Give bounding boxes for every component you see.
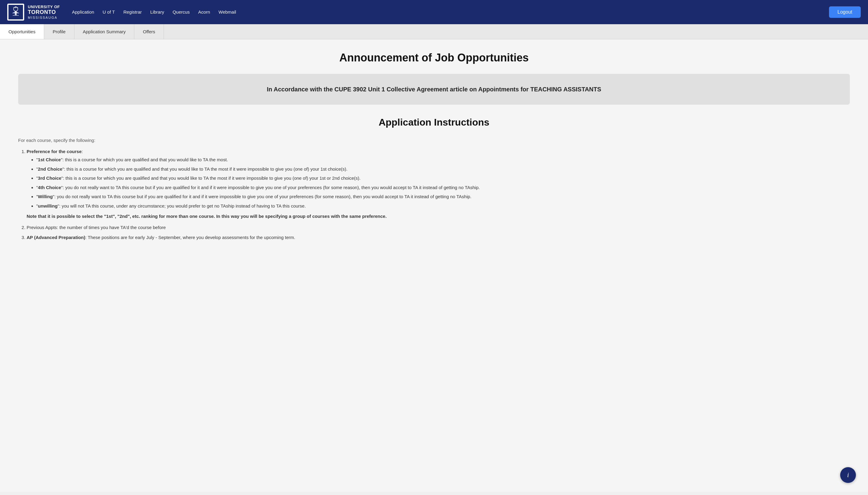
choice-1st: "1st Choice": this is a course for which…: [36, 156, 850, 164]
nav-item-application[interactable]: Application: [72, 10, 94, 15]
svg-point-3: [15, 6, 17, 8]
university-name-text: UNIVERSITY OF TORONTO MISSISSAUGA: [28, 4, 60, 20]
announcement-box: In Accordance with the CUPE 3902 Unit 1 …: [18, 74, 850, 105]
choice-3rd: "3rd Choice": this is a course for which…: [36, 175, 850, 182]
choice-2nd: "2nd Choice": this is a course for which…: [36, 166, 850, 173]
tab-profile[interactable]: Profile: [44, 24, 74, 39]
top-navigation: UNIVERSITY OF TORONTO MISSISSAUGA Applic…: [0, 0, 868, 24]
choice-4th: "4th Choice": you do not really want to …: [36, 184, 850, 191]
instructions-list: Preference for the course: "1st Choice":…: [18, 149, 850, 240]
tab-application-summary[interactable]: Application Summary: [74, 24, 135, 39]
nav-links: Application U of T Registrar Library Que…: [72, 10, 236, 15]
sub-list-choices: "1st Choice": this is a course for which…: [26, 156, 850, 209]
nav-item-library[interactable]: Library: [150, 10, 164, 15]
instructions-intro: For each course, specify the following:: [18, 138, 850, 143]
nav-item-acorn[interactable]: Acorn: [198, 10, 210, 15]
nav-left: UNIVERSITY OF TORONTO MISSISSAUGA Applic…: [7, 4, 236, 21]
choice-unwilling: "unwilling": you will not TA this course…: [36, 203, 850, 210]
nav-item-quercus[interactable]: Quercus: [173, 10, 190, 15]
instructions-title: Application Instructions: [18, 117, 850, 128]
item-1-title: Preference for the course: [26, 149, 82, 154]
list-item-1: Preference for the course: "1st Choice":…: [26, 149, 850, 220]
university-logo: [7, 4, 24, 21]
nav-item-uoft[interactable]: U of T: [103, 10, 115, 15]
choice-note: Note that it is possible to select the "…: [26, 213, 850, 220]
tabs-bar: Opportunities Profile Application Summar…: [0, 24, 868, 39]
page-title: Announcement of Job Opportunities: [18, 51, 850, 64]
logo-area: UNIVERSITY OF TORONTO MISSISSAUGA: [7, 4, 60, 21]
logout-button[interactable]: Logout: [829, 6, 861, 18]
nav-item-registrar[interactable]: Registrar: [123, 10, 142, 15]
announcement-text: In Accordance with the CUPE 3902 Unit 1 …: [30, 85, 838, 94]
tab-offers[interactable]: Offers: [134, 24, 164, 39]
nav-item-webmail[interactable]: Webmail: [219, 10, 236, 15]
list-item-2: Previous Appts: the number of times you …: [26, 225, 850, 230]
tab-opportunities[interactable]: Opportunities: [0, 24, 44, 39]
svg-rect-2: [15, 11, 17, 15]
list-item-3: AP (Advanced Preparation): These positio…: [26, 235, 850, 240]
choice-willing: "Willing": you do not really want to TA …: [36, 193, 850, 200]
info-fab-button[interactable]: i: [840, 467, 856, 483]
info-icon: i: [847, 471, 849, 479]
main-content: Announcement of Job Opportunities In Acc…: [0, 39, 868, 492]
